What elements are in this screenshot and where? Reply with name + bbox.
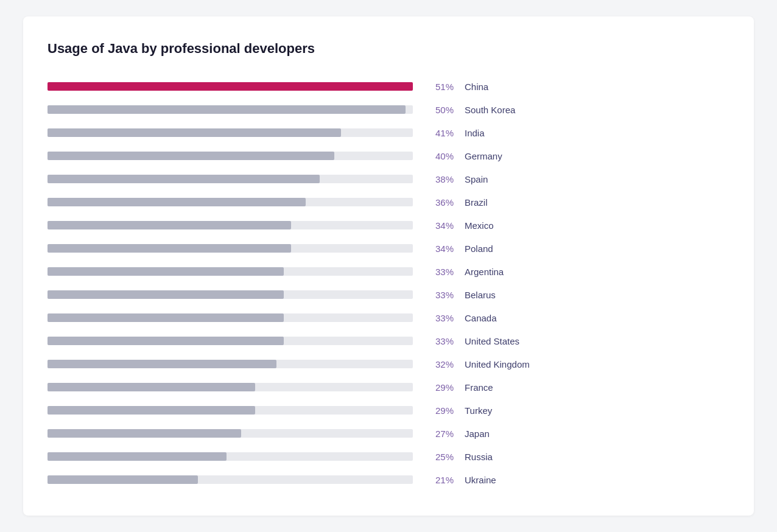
bar-track (47, 337, 413, 345)
bar-label: China (465, 82, 488, 92)
bar-percent: 33% (420, 290, 454, 300)
bar-row: 25%Russia (47, 445, 730, 468)
bar-fill (47, 198, 306, 206)
bar-label: Russia (465, 452, 493, 462)
bar-fill (47, 360, 276, 368)
bar-row: 33%Argentina (47, 260, 730, 283)
bar-percent: 21% (420, 475, 454, 485)
bar-fill (47, 290, 284, 299)
bar-track (47, 406, 413, 415)
bar-label: Poland (465, 243, 493, 254)
bar-track (47, 244, 413, 253)
bar-percent: 41% (420, 128, 454, 138)
bar-track (47, 383, 413, 391)
bar-fill (47, 221, 291, 229)
bar-track (47, 128, 413, 137)
bar-percent: 51% (420, 82, 454, 92)
bar-label: Spain (465, 174, 488, 184)
bar-percent: 38% (420, 174, 454, 184)
bar-label: Brazil (465, 197, 488, 208)
bar-fill (47, 383, 255, 391)
bar-label: United States (465, 336, 519, 346)
bar-label: Argentina (465, 267, 504, 277)
bar-row: 38%Spain (47, 167, 730, 191)
bar-row: 27%Japan (47, 422, 730, 445)
bar-row: 33%United States (47, 329, 730, 352)
bar-label: Turkey (465, 405, 492, 416)
bar-row: 40%Germany (47, 144, 730, 167)
bar-percent: 40% (420, 151, 454, 161)
bar-row: 21%Ukraine (47, 468, 730, 491)
bar-percent: 29% (420, 405, 454, 416)
bar-fill (47, 313, 284, 322)
bar-fill (47, 175, 320, 183)
bar-track (47, 221, 413, 229)
bar-fill (47, 406, 255, 415)
bar-track (47, 452, 413, 461)
bar-row: 51%China (47, 75, 730, 98)
bar-label: United Kingdom (465, 359, 530, 369)
bar-track (47, 313, 413, 322)
bar-fill (47, 452, 227, 461)
bar-percent: 36% (420, 197, 454, 208)
bar-percent: 34% (420, 220, 454, 231)
bar-fill (47, 82, 413, 91)
bar-percent: 34% (420, 243, 454, 254)
bar-percent: 25% (420, 452, 454, 462)
chart-title: Usage of Java by professional developers (47, 41, 730, 57)
bar-track (47, 152, 413, 160)
bar-percent: 33% (420, 336, 454, 346)
chart-container: Usage of Java by professional developers… (23, 16, 754, 516)
bar-label: South Korea (465, 105, 515, 115)
bar-row: 29%Turkey (47, 399, 730, 422)
bar-label: India (465, 128, 485, 138)
bar-row: 36%Brazil (47, 191, 730, 214)
bar-row: 41%India (47, 121, 730, 144)
bar-row: 29%France (47, 376, 730, 399)
bar-fill (47, 244, 291, 253)
bar-percent: 27% (420, 429, 454, 439)
bar-track (47, 290, 413, 299)
bar-label: Mexico (465, 220, 494, 231)
bar-row: 34%Poland (47, 237, 730, 260)
bar-track (47, 429, 413, 438)
bar-row: 34%Mexico (47, 214, 730, 237)
bar-fill (47, 337, 284, 345)
bar-fill (47, 128, 341, 137)
bar-fill (47, 475, 198, 484)
bar-track (47, 360, 413, 368)
bar-fill (47, 105, 406, 114)
bar-track (47, 82, 413, 91)
bar-track (47, 267, 413, 276)
bar-label: Germany (465, 151, 502, 161)
bar-percent: 29% (420, 382, 454, 393)
bar-row: 33%Belarus (47, 283, 730, 306)
bar-percent: 33% (420, 313, 454, 323)
bar-label: Japan (465, 429, 490, 439)
bar-row: 32%United Kingdom (47, 352, 730, 376)
bar-label: Belarus (465, 290, 496, 300)
bar-fill (47, 267, 284, 276)
bar-label: Ukraine (465, 475, 496, 485)
bar-percent: 50% (420, 105, 454, 115)
bar-track (47, 475, 413, 484)
bar-track (47, 198, 413, 206)
bar-label: Canada (465, 313, 497, 323)
bar-chart: 51%China50%South Korea41%India40%Germany… (47, 75, 730, 491)
bar-fill (47, 152, 334, 160)
bar-track (47, 105, 413, 114)
bar-percent: 32% (420, 359, 454, 369)
bar-fill (47, 429, 241, 438)
bar-row: 50%South Korea (47, 98, 730, 121)
bar-label: France (465, 382, 493, 393)
bar-percent: 33% (420, 267, 454, 277)
bar-track (47, 175, 413, 183)
bar-row: 33%Canada (47, 306, 730, 329)
